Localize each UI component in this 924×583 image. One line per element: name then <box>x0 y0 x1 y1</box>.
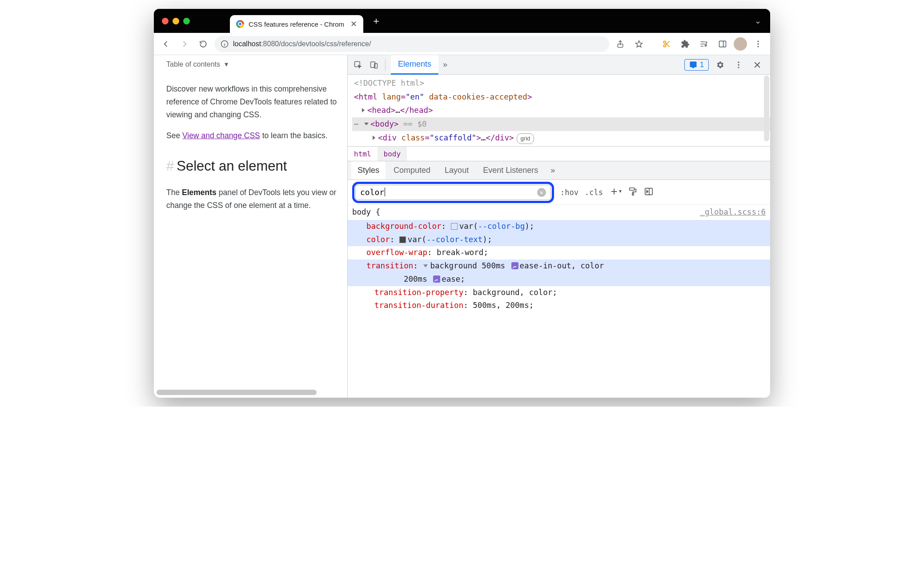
css-declaration[interactable]: 200ms ease; <box>366 273 766 286</box>
content-area: Table of contents ▾ Discover new workflo… <box>154 55 770 398</box>
page-viewport[interactable]: Table of contents ▾ Discover new workflo… <box>154 55 347 398</box>
dom-scrollbar[interactable] <box>764 76 769 141</box>
maximize-window-button[interactable] <box>183 18 190 24</box>
issues-badge[interactable]: 1 <box>684 59 709 71</box>
close-window-button[interactable] <box>162 18 169 24</box>
filter-highlight: color ✕ <box>352 182 554 203</box>
tab-strip: CSS features reference - Chrom ✕ ＋ ⌄ <box>154 9 770 33</box>
playlist-icon[interactable] <box>696 36 711 52</box>
browser-toolbar: localhost:8080/docs/devtools/css/referen… <box>154 33 770 55</box>
tab-elements[interactable]: Elements <box>391 55 438 75</box>
device-toolbar-icon[interactable] <box>366 57 382 72</box>
svg-rect-24 <box>632 193 634 195</box>
subtab-layout[interactable]: Layout <box>438 161 475 180</box>
url-text: localhost:8080/docs/devtools/css/referen… <box>233 40 371 48</box>
tab-title: CSS features reference - Chrom <box>249 20 344 28</box>
styles-pane[interactable]: body { _global.scss:6 background-color: … <box>348 205 770 398</box>
devtools-tabbar: Elements » 1 <box>348 55 770 75</box>
css-declaration[interactable]: transition-property: background, color; <box>348 286 770 299</box>
svg-point-13 <box>757 43 759 44</box>
chevron-down-icon: ▾ <box>225 59 228 70</box>
view-change-css-link[interactable]: View and change CSS <box>182 131 260 140</box>
svg-rect-10 <box>719 41 726 47</box>
profile-avatar[interactable] <box>734 37 747 51</box>
new-tab-button[interactable]: ＋ <box>371 14 381 28</box>
panel-overflow-icon[interactable]: » <box>438 60 452 69</box>
styles-filter-input[interactable]: color ✕ <box>355 185 551 200</box>
svg-point-14 <box>757 46 759 47</box>
dom-body-node[interactable]: ⋯ <body> == $0 <box>352 117 770 131</box>
subtab-computed[interactable]: Computed <box>387 161 437 180</box>
css-declaration[interactable]: transition-duration: 500ms, 200ms; <box>348 299 770 312</box>
inspect-element-icon[interactable] <box>350 57 366 72</box>
svg-rect-25 <box>645 188 653 195</box>
browser-menu-icon[interactable] <box>751 36 766 52</box>
tab-list-chevron-icon[interactable]: ⌄ <box>755 16 761 26</box>
bookmark-icon[interactable] <box>631 36 647 52</box>
svg-rect-23 <box>630 188 635 190</box>
toggle-classes-button[interactable]: .cls <box>585 188 603 197</box>
svg-point-18 <box>738 61 739 63</box>
rendering-panel-icon[interactable] <box>644 187 654 198</box>
dom-breadcrumb: html body <box>348 146 770 161</box>
table-of-contents-toggle[interactable]: Table of contents ▾ <box>166 59 337 70</box>
grid-badge[interactable]: grid <box>517 133 534 144</box>
crumb-body[interactable]: body <box>378 147 407 161</box>
close-tab-icon[interactable]: ✕ <box>350 19 357 29</box>
devtools-close-icon[interactable] <box>750 57 765 72</box>
css-declaration[interactable]: background-color: var(--color-bg); <box>348 220 770 233</box>
sidepanel-icon[interactable] <box>715 36 730 52</box>
toggle-hover-button[interactable]: :hov <box>560 188 579 197</box>
dom-html-node[interactable]: <html lang="en" data-cookies-accepted> <box>352 90 770 104</box>
svg-point-19 <box>738 64 739 65</box>
subtab-event-listeners[interactable]: Event Listeners <box>477 161 544 180</box>
paint-format-icon[interactable] <box>628 187 638 198</box>
devtools-settings-icon[interactable] <box>712 57 727 72</box>
svg-point-9 <box>705 44 707 46</box>
dom-head-node[interactable]: <head>…</head> <box>352 104 770 117</box>
site-info-icon[interactable] <box>221 40 229 48</box>
css-declaration[interactable]: color: var(--color-text); <box>348 233 770 247</box>
elements-paragraph: The Elements panel of DevTools lets you … <box>166 186 337 212</box>
dom-div-node[interactable]: <div class="scaffold">…</div>grid <box>352 131 770 145</box>
see-paragraph: See View and change CSS to learn the bas… <box>166 129 337 142</box>
forward-button[interactable] <box>177 36 192 52</box>
rule-header: body { _global.scss:6 <box>348 205 770 220</box>
intro-paragraph: Discover new workflows in this comprehen… <box>166 83 337 121</box>
reload-button[interactable] <box>196 36 211 52</box>
back-button[interactable] <box>158 36 173 52</box>
svg-point-12 <box>757 40 759 42</box>
subtab-styles[interactable]: Styles <box>351 161 386 180</box>
dom-tree[interactable]: <!DOCTYPE html> <html lang="en" data-coo… <box>348 75 770 146</box>
minimize-window-button[interactable] <box>173 18 179 24</box>
rule-source-link[interactable]: _global.scss:6 <box>700 206 766 219</box>
share-icon[interactable] <box>613 36 628 52</box>
scissors-icon[interactable] <box>659 36 674 52</box>
browser-window: CSS features reference - Chrom ✕ ＋ ⌄ loc… <box>154 9 770 398</box>
new-style-rule-icon[interactable]: ▾ <box>609 187 622 198</box>
section-heading: #Select an element <box>166 155 337 177</box>
css-declaration[interactable]: transition: background 500ms ease-in-out… <box>348 260 770 286</box>
extensions-icon[interactable] <box>678 36 693 52</box>
horizontal-scrollbar[interactable] <box>157 390 317 395</box>
issues-icon <box>689 61 697 69</box>
devtools-menu-icon[interactable] <box>731 57 746 72</box>
subtab-overflow-icon[interactable]: » <box>546 166 559 175</box>
svg-point-20 <box>738 67 739 68</box>
clear-filter-icon[interactable]: ✕ <box>537 188 546 197</box>
chrome-favicon-icon <box>236 20 244 28</box>
address-bar[interactable]: localhost:8080/docs/devtools/css/referen… <box>214 36 609 52</box>
styles-subtabs: Styles Computed Layout Event Listeners » <box>348 161 770 180</box>
devtools-panel: Elements » 1 <!DOCTYPE html> <html lang=… <box>347 55 770 398</box>
window-controls <box>162 18 190 24</box>
crumb-html[interactable]: html <box>348 147 378 161</box>
css-declaration[interactable]: overflow-wrap: break-word; <box>348 246 770 260</box>
styles-filter-bar: color ✕ :hov .cls ▾ <box>348 180 770 205</box>
browser-tab[interactable]: CSS features reference - Chrom ✕ <box>230 15 363 33</box>
